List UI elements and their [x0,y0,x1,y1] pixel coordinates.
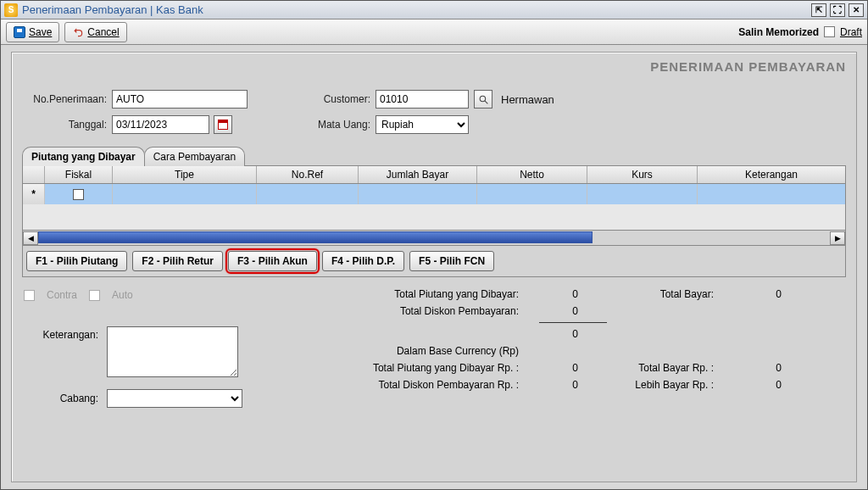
grid-body[interactable]: * [23,184,845,230]
content-panel: PENERIMAAN PEMBAYARAN No.Penerimaan: Tan… [11,52,857,482]
scroll-left-icon[interactable]: ◀ [23,231,38,245]
cell-jumlah-bayar[interactable] [359,184,477,204]
cell-tipe[interactable] [113,184,257,204]
auto-label: Auto [112,289,133,301]
grid-panel: Fiskal Tipe No.Ref Jumlah Bayar Netto Ku… [22,165,846,246]
draft-checkbox[interactable] [824,26,835,37]
total-diskon-rp-value: 0 [527,379,604,391]
f4-pilih-dp-button[interactable]: F4 - Pilih D.P. [322,251,404,271]
tanggal-label: Tanggal: [22,119,107,131]
total-diskon-label: Total Diskon Pembayaran: [341,305,527,317]
f3-pilih-akun-button[interactable]: F3 - Pilih Akun [228,251,317,271]
col-kurs[interactable]: Kurs [587,166,698,183]
f2-pilih-retur-button[interactable]: F2 - Pilih Retur [132,251,223,271]
toolbar: Save Cancel Salin Memorized Draft [1,19,867,45]
col-marker [23,166,45,183]
cell-noref[interactable] [257,184,359,204]
tab-strip: Piutang yang Dibayar Cara Pembayaran [22,146,846,165]
window-title: Penerimaan Pembayaran | Kas Bank [22,3,811,16]
total-piutang-rp-label: Total Piutang yang Dibayar Rp. : [341,362,527,374]
scroll-right-icon[interactable]: ▶ [830,231,845,245]
undo-icon [72,26,84,38]
close-icon[interactable]: ✕ [849,3,864,17]
col-netto[interactable]: Netto [477,166,587,183]
contra-label: Contra [47,289,77,301]
no-penerimaan-label: No.Penerimaan: [22,93,107,105]
total-bayar-value: 0 [722,288,782,300]
total-piutang-rp-value: 0 [527,362,604,374]
save-label: Save [29,26,52,38]
lebih-bayar-rp-value: 0 [722,379,782,391]
app-window: S Penerimaan Pembayaran | Kas Bank ⇱ ⛶ ✕… [0,0,868,490]
total-bayar-rp-label: Total Bayar Rp. : [604,362,722,374]
totals-panel: Total Piutang yang Dibayar: 0 Total Baya… [336,286,846,393]
mata-uang-label: Mata Uang: [298,119,370,131]
row-marker: * [23,184,45,204]
mata-uang-select[interactable]: Rupiah [376,115,469,134]
total-piutang-label: Total Piutang yang Dibayar: [341,288,527,300]
grid-header: Fiskal Tipe No.Ref Jumlah Bayar Netto Ku… [23,166,845,184]
f1-pilih-piutang-button[interactable]: F1 - Pilih Piutang [26,251,127,271]
fiskal-checkbox[interactable] [73,189,84,200]
fkey-row: F1 - Pilih Piutang F2 - Pilih Retur F3 -… [22,246,846,277]
title-bar: S Penerimaan Pembayaran | Kas Bank ⇱ ⛶ ✕ [1,1,867,19]
tanggal-input[interactable] [112,115,209,134]
customer-label: Customer: [298,93,370,105]
base-currency-label: Dalam Base Currency (Rp) [341,345,527,357]
horizontal-scrollbar[interactable]: ◀ ▶ [23,230,845,245]
detach-icon[interactable]: ⇱ [811,3,826,17]
maximize-icon[interactable]: ⛶ [830,3,845,17]
tab-cara-pembayaran[interactable]: Cara Pembayaran [144,147,245,166]
cancel-button[interactable]: Cancel [64,22,126,42]
cancel-label: Cancel [87,26,119,38]
table-row[interactable]: * [23,184,845,204]
divider-line [539,322,607,323]
cell-kurs[interactable] [587,184,698,204]
subtotal-value: 0 [527,328,604,340]
auto-checkbox [89,290,100,301]
contra-checkbox [24,290,35,301]
calendar-icon[interactable] [214,115,232,134]
save-icon [14,26,25,38]
cabang-select[interactable] [107,389,242,408]
f5-pilih-fcn-button[interactable]: F5 - Pilih FCN [409,251,494,271]
col-keterangan[interactable]: Keterangan [698,166,845,183]
total-diskon-rp-label: Total Diskon Pembayaran Rp. : [341,379,527,391]
col-fiskal[interactable]: Fiskal [45,166,113,183]
cell-netto[interactable] [477,184,587,204]
app-icon: S [4,3,18,17]
col-noref[interactable]: No.Ref [257,166,359,183]
search-icon[interactable] [474,90,492,109]
customer-name: Hermawan [501,93,554,106]
salin-memorized-label[interactable]: Salin Memorized [738,26,819,38]
save-button[interactable]: Save [6,22,59,42]
total-bayar-rp-value: 0 [722,362,782,374]
no-penerimaan-input[interactable] [112,90,248,109]
scroll-track[interactable] [38,231,830,245]
total-piutang-value: 0 [527,288,604,300]
svg-line-1 [485,101,487,103]
col-jumlah-bayar[interactable]: Jumlah Bayar [359,166,477,183]
tab-piutang[interactable]: Piutang yang Dibayar [22,147,145,166]
page-heading: PENERIMAAN PEMBAYARAN [650,59,846,74]
cabang-label: Cabang: [22,393,98,404]
svg-point-0 [480,96,486,102]
total-diskon-value: 0 [527,305,604,317]
total-bayar-label: Total Bayar: [604,288,722,300]
keterangan-label: Keterangan: [22,326,98,341]
scroll-thumb[interactable] [38,231,593,243]
lebih-bayar-rp-label: Lebih Bayar Rp. : [604,379,722,391]
cell-keterangan[interactable] [698,184,845,204]
draft-label: Draft [840,26,862,38]
customer-input[interactable] [376,90,469,109]
keterangan-input[interactable] [107,326,238,377]
col-tipe[interactable]: Tipe [113,166,257,183]
